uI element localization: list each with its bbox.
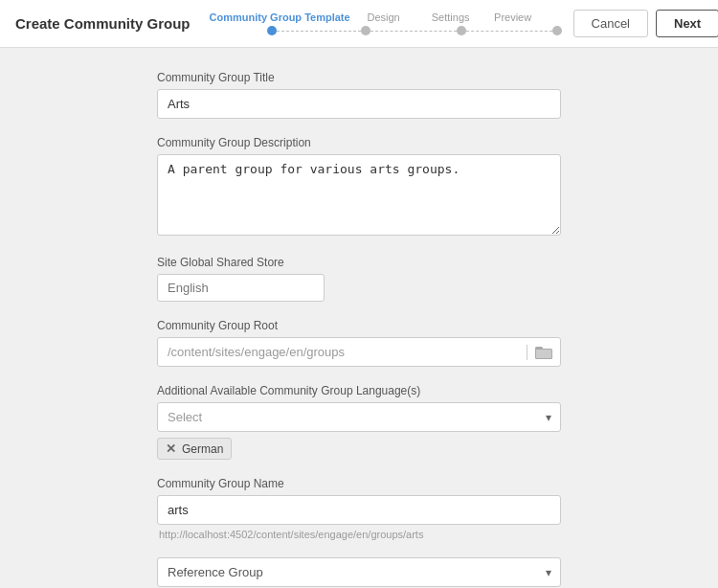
- svg-rect-2: [536, 350, 551, 358]
- shared-store-input[interactable]: [157, 274, 325, 302]
- header-buttons: Cancel Next: [573, 10, 718, 37]
- name-input[interactable]: [157, 495, 561, 525]
- step-dot-4: [552, 26, 562, 35]
- steps-dots: [210, 26, 562, 35]
- reference-group-select[interactable]: Reference Group: [157, 557, 561, 587]
- step-line-2: [370, 31, 457, 32]
- reference-group-group: Reference Group ▾: [157, 557, 561, 587]
- steps-labels: Community Group Template Design Settings…: [210, 11, 562, 26]
- root-field-wrapper: [157, 337, 561, 367]
- languages-select-wrapper: Select ▾: [157, 402, 561, 432]
- step-dot-3: [457, 26, 466, 35]
- header: Create Community Group Community Group T…: [0, 0, 718, 48]
- languages-group: Additional Available Community Group Lan…: [157, 384, 561, 460]
- cancel-button[interactable]: Cancel: [573, 10, 648, 37]
- tag-remove-button[interactable]: ✕: [166, 441, 176, 456]
- step-dot-1: [267, 26, 277, 35]
- german-tag: ✕ German: [157, 438, 232, 460]
- description-group: Community Group Description: [157, 136, 561, 238]
- step-label-1: Community Group Template: [210, 11, 350, 23]
- url-hint: http://localhost:4502/content/sites/enga…: [157, 529, 561, 540]
- steps-container: Community Group Template Design Settings…: [210, 11, 562, 35]
- name-group: Community Group Name http://localhost:45…: [157, 477, 561, 540]
- folder-icon[interactable]: [527, 345, 560, 360]
- shared-store-label: Site Global Shared Store: [157, 256, 561, 269]
- root-label: Community Group Root: [157, 319, 561, 332]
- step-line-1: [277, 31, 361, 32]
- step-label-2: Design: [350, 11, 417, 23]
- page-title: Create Community Group: [15, 15, 191, 32]
- tag-label: German: [182, 442, 223, 456]
- description-textarea[interactable]: [157, 154, 561, 236]
- root-input[interactable]: [158, 338, 527, 366]
- step-dot-2: [361, 26, 370, 35]
- reference-group-select-wrapper: Reference Group ▾: [157, 557, 561, 587]
- root-group: Community Group Root: [157, 319, 561, 367]
- title-group: Community Group Title: [157, 71, 561, 119]
- languages-label: Additional Available Community Group Lan…: [157, 384, 561, 397]
- description-label: Community Group Description: [157, 136, 561, 149]
- step-line-3: [466, 31, 552, 32]
- step-label-4: Preview: [484, 11, 542, 23]
- form-container: Community Group Title Community Group De…: [0, 48, 718, 588]
- title-label: Community Group Title: [157, 71, 561, 84]
- step-label-3: Settings: [417, 11, 484, 23]
- shared-store-group: Site Global Shared Store: [157, 256, 561, 302]
- title-input[interactable]: [157, 89, 561, 119]
- name-label: Community Group Name: [157, 477, 561, 490]
- languages-select[interactable]: Select: [157, 402, 561, 432]
- next-button[interactable]: Next: [656, 10, 718, 37]
